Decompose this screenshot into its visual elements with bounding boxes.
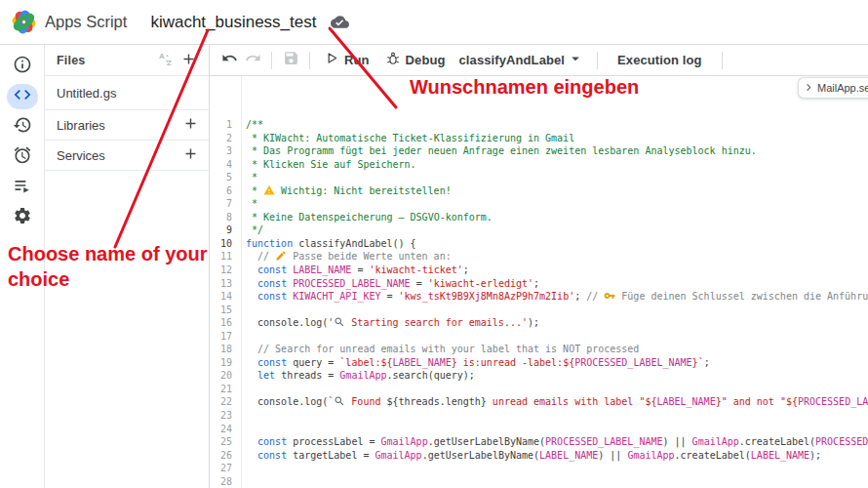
code-line: 24 [210,423,868,436]
svg-text:Z: Z [167,59,172,67]
line-number: 1 [210,118,232,132]
app-name[interactable]: Apps Script [45,13,127,31]
code-line: 23 [210,409,868,423]
code-line: 19 const query = `label:${LABEL_NAME} is… [210,356,868,370]
file-name-label: Untitled.gs [57,86,116,101]
libraries-section: Libraries [45,110,209,141]
line-number: 21 [210,383,232,396]
execution-log-label: Execution log [617,53,702,67]
code-line: 26 const targetLabel = GmailApp.getUserL… [210,449,868,463]
autocomplete-popup[interactable]: MailApp.se [798,77,868,99]
sort-files-button[interactable]: AZ [156,50,178,71]
undo-button[interactable] [217,49,241,72]
code-editor-area[interactable]: 1/**2 * KIWacht: Automatische Ticket-Kla… [210,76,868,488]
code-line: 13 const PROCESSED_LABEL_NAME = 'kiwacht… [210,277,868,291]
line-number: 15 [210,304,232,317]
line-number: 22 [210,395,232,409]
code-line: 20 let threads = GmailApp.search(query); [210,369,868,383]
code-line: 9 */ [210,224,868,237]
sort-az-icon: AZ [158,50,176,70]
line-number: 25 [210,435,232,449]
code-editor-icon [13,85,32,108]
line-number: 5 [210,171,232,184]
nav-executions-button[interactable] [7,175,38,200]
plus-icon [182,115,199,135]
settings-gear-icon [13,206,32,229]
cloud-check-icon [331,13,349,31]
line-number: 8 [210,211,232,224]
code-line: 1/** [210,118,868,132]
project-title[interactable]: kiwacht_business_test [150,13,316,32]
save-icon [283,50,299,70]
code-line: 12 const LABEL_NAME = 'kiwacht-ticket'; [210,264,868,277]
code-line: 3 * Das Programm fügt bei jeder neuen An… [210,144,868,158]
code-line: 18 // Search for unread emails with your… [210,343,868,356]
code-line: 25 const processLabel = GmailApp.getUser… [210,435,868,449]
redo-icon [245,50,261,70]
line-number: 16 [210,316,232,330]
line-number: 14 [210,290,232,304]
nav-triggers-button[interactable] [7,144,38,170]
apps-script-logo[interactable] [11,9,37,35]
line-number: 24 [210,423,232,436]
nav-settings-button[interactable] [7,205,38,230]
code-lines: 1/**2 * KIWacht: Automatische Ticket-Kla… [210,118,868,488]
line-number: 20 [210,369,232,383]
redo-button[interactable] [241,49,264,72]
code-line: 7 * [210,197,868,211]
history-icon [13,115,32,139]
trigger-clock-icon [13,145,32,169]
plus-icon [180,51,197,70]
add-library-button[interactable] [179,114,201,136]
run-button[interactable]: Run [317,48,377,73]
gutter-divider [241,76,242,488]
code-line: 8 * Keine Datenspeicherung – DSGVO-konfo… [210,211,868,224]
line-number: 19 [210,356,232,370]
nav-editor-button[interactable] [7,84,38,109]
selected-function-label: classifyAndLabel [459,53,566,67]
files-panel: Files AZ Untitled.gs Libraries Services [45,45,210,488]
line-number: 10 [210,237,232,251]
code-line: 2 * KIWacht: Automatische Ticket-Klassif… [210,132,868,145]
code-line: 11 // Passe beide Werte unten an: [210,250,868,264]
add-service-button[interactable] [179,144,201,166]
debug-label: Debug [406,53,446,67]
line-number: 26 [210,449,232,463]
toolbar-divider [597,52,598,69]
info-icon [13,55,32,78]
line-number: 6 [210,184,232,198]
line-number: 2 [210,132,232,145]
debug-button[interactable]: Debug [377,48,454,73]
app-header: Apps Script kiwacht_business_test [0,0,868,45]
code-line: 10function classifyAndLabel() { [210,237,868,251]
line-number: 3 [210,144,232,158]
code-line: 15 [210,304,868,317]
save-button[interactable] [279,49,302,72]
execution-log-button[interactable]: Execution log [605,48,715,73]
code-line: 14 const KIWACHT_API_KEY = 'kws_tsKt9B9X… [210,290,868,304]
line-number: 9 [210,224,232,237]
toolbar-divider [722,52,723,69]
line-number: 23 [210,409,232,423]
line-number: 17 [210,330,232,344]
file-item-untitled-gs[interactable]: Untitled.gs [45,76,209,110]
line-number: 13 [210,277,232,291]
svg-text:A: A [159,52,165,61]
nav-project-history-button[interactable] [7,114,38,140]
executions-icon [13,176,32,199]
chevron-down-icon [567,50,584,71]
libraries-label: Libraries [57,118,105,133]
search-icon [334,316,345,330]
key-icon [604,290,615,304]
code-line: 5 * [210,171,868,184]
add-file-button[interactable] [178,50,199,71]
warning-icon [263,184,275,198]
services-section: Services [45,141,209,171]
chevron-right-icon [804,79,814,97]
nav-overview-button[interactable] [7,54,38,79]
debug-bug-icon [385,51,401,70]
files-header: Files AZ [45,45,209,76]
function-selector-dropdown[interactable]: classifyAndLabel [454,48,591,73]
apps-script-editor-window: { "header": { "app_name": "Apps Script",… [0,0,868,488]
line-number: 12 [210,264,232,277]
